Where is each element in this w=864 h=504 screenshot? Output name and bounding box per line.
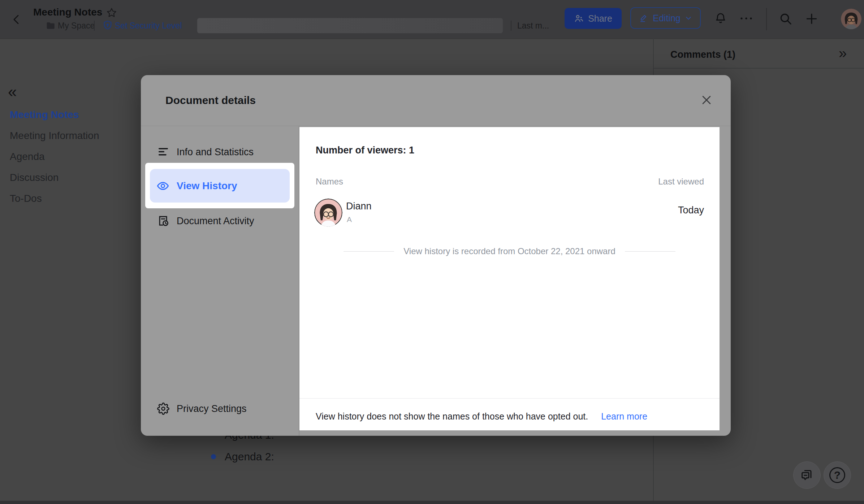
learn-more-link[interactable]: Learn more xyxy=(601,411,647,422)
modal-title: Document details xyxy=(165,94,256,107)
create-plus-icon[interactable] xyxy=(805,12,818,26)
share-label: Share xyxy=(588,13,612,24)
panel-footer: View history does not show the names of … xyxy=(316,411,647,422)
sidebar-item-discussion[interactable]: Discussion xyxy=(10,172,59,183)
tab-document-activity[interactable]: Document Activity xyxy=(157,209,284,233)
comments-header-divider xyxy=(654,68,864,69)
set-security-level[interactable]: Set Security Level xyxy=(115,21,182,31)
sidebar-item-todos[interactable]: To-Dos xyxy=(10,193,42,204)
top-bar: Meeting Notes My Space Set Security Leve… xyxy=(0,0,864,39)
help-button[interactable]: ? xyxy=(824,461,851,489)
share-button[interactable]: Share xyxy=(565,8,622,29)
chevron-down-icon xyxy=(685,14,692,22)
viewer-last-viewed: Today xyxy=(678,205,704,216)
tab-label: View History xyxy=(177,180,237,192)
notifications-bell-icon[interactable] xyxy=(714,12,727,25)
sidebar-item-meeting-information[interactable]: Meeting Information xyxy=(10,130,99,142)
tab-info-and-statistics[interactable]: Info and Statistics xyxy=(157,140,284,164)
viewer-avatar xyxy=(314,199,342,227)
bullet-dot xyxy=(211,454,216,459)
viewer-badge: A xyxy=(347,215,352,224)
breadcrumb-space[interactable]: My Space xyxy=(58,21,95,31)
note-line-right xyxy=(625,251,675,252)
folder-icon xyxy=(46,22,55,30)
feedback-icon xyxy=(800,468,814,482)
toolbar-divider xyxy=(766,8,767,30)
tab-privacy-settings[interactable]: Privacy Settings xyxy=(157,397,284,420)
eye-icon xyxy=(156,179,169,192)
doc-activity-icon xyxy=(157,215,169,227)
history-note-row: View history is recorded from October 22… xyxy=(299,246,720,256)
doc-line-agenda-2[interactable]: Agenda 2: xyxy=(225,451,274,463)
favorite-star-icon[interactable] xyxy=(106,7,117,18)
toolbar-skeleton xyxy=(197,18,503,33)
note-line-left xyxy=(344,251,394,252)
document-title: Meeting Notes xyxy=(33,6,102,18)
edit-pencil-icon xyxy=(639,13,648,23)
tab-label: Document Activity xyxy=(177,216,254,227)
feedback-button[interactable] xyxy=(793,461,821,489)
tab-label: Info and Statistics xyxy=(177,147,254,158)
panel-footer-divider xyxy=(299,398,720,399)
breadcrumb-divider xyxy=(94,21,95,31)
comments-header: Comments (1) xyxy=(670,49,735,60)
last-modified-label: Last m... xyxy=(517,21,549,31)
close-icon[interactable] xyxy=(700,94,713,106)
gear-icon xyxy=(157,403,169,415)
user-avatar[interactable] xyxy=(841,9,861,29)
modal-header-divider xyxy=(141,126,731,126)
help-icon: ? xyxy=(829,467,845,483)
security-shield-icon xyxy=(103,20,113,30)
comments-collapse-icon[interactable]: » xyxy=(839,46,847,60)
search-icon[interactable] xyxy=(779,12,792,26)
share-people-icon xyxy=(574,13,584,23)
column-header-names: Names xyxy=(316,177,343,187)
editing-label: Editing xyxy=(653,13,680,23)
sidebar-item-meeting-notes[interactable]: Meeting Notes xyxy=(10,109,79,121)
list-stats-icon xyxy=(157,146,169,158)
editing-mode-button[interactable]: Editing xyxy=(630,7,701,29)
viewer-name: Diann xyxy=(346,201,372,212)
tab-label: Privacy Settings xyxy=(177,403,247,414)
app-window: Meeting Notes My Space Set Security Leve… xyxy=(0,0,864,504)
more-options-icon[interactable] xyxy=(739,16,753,21)
viewer-count-label: Number of viewers: 1 xyxy=(316,145,414,156)
sidebar-collapse-icon[interactable]: « xyxy=(8,84,17,100)
back-icon[interactable] xyxy=(10,13,23,26)
view-history-panel: Number of viewers: 1 Names Last viewed D… xyxy=(299,127,720,430)
tab-view-history[interactable]: View History xyxy=(150,169,290,203)
history-note: View history is recorded from October 22… xyxy=(403,246,615,256)
window-bottom-edge xyxy=(0,501,864,504)
divider xyxy=(511,21,511,31)
column-header-last-viewed: Last viewed xyxy=(658,177,704,187)
sidebar-item-agenda[interactable]: Agenda xyxy=(10,151,45,162)
opt-out-note: View history does not show the names of … xyxy=(316,411,588,422)
